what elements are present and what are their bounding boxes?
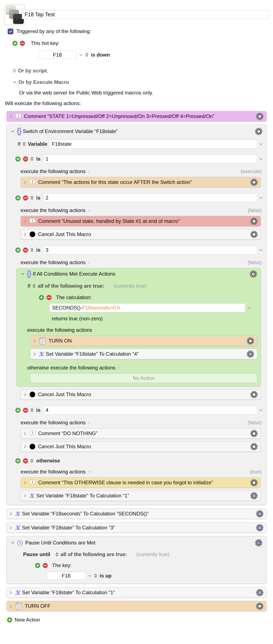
gear-button[interactable]	[256, 510, 264, 518]
remove-case-button[interactable]	[23, 247, 29, 253]
execute-chevron-icon[interactable]	[94, 329, 97, 331]
script-updown-icon[interactable]	[13, 69, 16, 73]
variable-updown-icon[interactable]	[23, 142, 26, 146]
gear-button[interactable]	[246, 337, 254, 345]
remove-condition-button[interactable]	[46, 295, 52, 300]
gear-button[interactable]	[250, 492, 258, 500]
gear-button[interactable]	[250, 430, 258, 438]
add-trigger-button[interactable]	[12, 40, 18, 46]
keystate-updown-icon[interactable]	[94, 574, 97, 578]
case-dropdown-icon[interactable]	[259, 158, 262, 160]
gear-button[interactable]	[256, 112, 264, 120]
disclosure-icon[interactable]	[33, 339, 37, 343]
gear-timeout-button[interactable]	[249, 270, 257, 278]
execute-disclosure-icon[interactable]	[13, 80, 16, 84]
key-is-up-label[interactable]: is up	[100, 573, 112, 579]
add-case-button[interactable]	[15, 407, 21, 413]
case-value-field[interactable]	[43, 406, 257, 414]
switch-header[interactable]: Switch of Environment Variable “F18state…	[11, 127, 262, 136]
if-block-header[interactable]: If All Conditions Met Execute Actions	[20, 269, 257, 279]
is-label[interactable]: is	[36, 407, 41, 413]
add-condition-button[interactable]	[35, 563, 41, 568]
disclosure-down-icon[interactable]	[11, 541, 15, 545]
gear-button[interactable]	[256, 524, 264, 532]
case-dropdown-icon[interactable]	[259, 197, 262, 199]
case-value-field[interactable]	[43, 194, 257, 202]
cancel-macro-action[interactable]: Cancel Just This Macro	[21, 229, 261, 240]
gear-button[interactable]	[255, 128, 262, 135]
disclosure-down-icon[interactable]	[11, 130, 15, 133]
execute-chevron-icon[interactable]	[88, 170, 91, 172]
gear-timeout-button[interactable]	[255, 539, 262, 547]
all-true-label[interactable]: all of the following are true:	[61, 552, 127, 557]
is-label[interactable]: is	[36, 195, 41, 201]
set-variable-action[interactable]: Set Variable “F18state” To Calculation “…	[6, 522, 267, 533]
gear-button[interactable]	[250, 391, 258, 398]
case-updown-icon[interactable]	[30, 196, 34, 200]
pause-key-field[interactable]	[47, 572, 85, 580]
gear-button[interactable]	[250, 178, 258, 186]
or-by-execute-label[interactable]: Or by Execute Macro	[19, 79, 69, 85]
execute-chevron-icon[interactable]	[88, 471, 91, 473]
otherwise-label[interactable]: otherwise	[36, 458, 60, 464]
or-by-script-label[interactable]: Or by script.	[18, 68, 48, 74]
remove-case-button[interactable]	[23, 156, 29, 162]
case-value-field[interactable]	[43, 246, 257, 254]
variable-label[interactable]: Variable	[28, 141, 47, 147]
disclosure-icon[interactable]	[23, 481, 27, 484]
case-updown-icon[interactable]	[30, 248, 34, 252]
execute-chevron-icon[interactable]	[117, 367, 120, 369]
turn-off-action[interactable]: TURN OFF	[6, 601, 267, 612]
case-dropdown-icon[interactable]	[259, 249, 262, 251]
condition-updown-icon[interactable]	[33, 284, 36, 288]
turn-on-action[interactable]: TURN ON	[30, 336, 257, 346]
key-dropdown-icon[interactable]	[88, 575, 91, 577]
set-variable-action[interactable]: Set Variable “F18state” To Calculation “…	[21, 490, 261, 501]
set-variable-action[interactable]: Set Variable “F18seconds” To Calculation…	[6, 508, 267, 519]
hotkey-field[interactable]	[38, 51, 77, 59]
remove-case-button[interactable]	[23, 458, 29, 464]
calculation-input[interactable]: SECONDS()-F18seconds>0.5	[50, 303, 245, 312]
remove-case-button[interactable]	[23, 195, 29, 201]
hotkey-state-label[interactable]: is down	[91, 52, 110, 58]
all-true-label[interactable]: all of the following are true:	[38, 283, 104, 289]
remove-case-button[interactable]	[23, 407, 29, 413]
gear-button[interactable]	[256, 602, 264, 610]
disclosure-icon[interactable]	[33, 352, 37, 356]
triggered-checkbox[interactable]	[8, 28, 13, 34]
cancel-macro-action[interactable]: Cancel Just This Macro	[21, 389, 261, 400]
set-variable-action[interactable]: Set Variable “F18state” To Calculation “…	[30, 349, 257, 359]
remove-trigger-button[interactable]	[20, 40, 25, 46]
add-case-button[interactable]	[15, 247, 21, 253]
set-variable-action[interactable]: Set Variable “F18state” To Calculation “…	[6, 587, 267, 598]
case-updown-icon[interactable]	[30, 157, 34, 161]
disclosure-icon[interactable]	[23, 219, 27, 223]
is-label[interactable]: is	[36, 156, 41, 162]
remove-condition-button[interactable]	[42, 563, 48, 568]
case-updown-icon[interactable]	[30, 408, 34, 412]
disclosure-icon[interactable]	[23, 494, 27, 498]
gear-button[interactable]	[246, 350, 254, 358]
disclosure-icon[interactable]	[23, 232, 27, 236]
disclosure-icon[interactable]	[9, 590, 13, 594]
is-label[interactable]: is	[36, 247, 41, 253]
comment-unused-action[interactable]: Comment “Unused state, handled by State …	[21, 216, 261, 226]
pause-until-header[interactable]: Pause Until Conditions are Met	[11, 538, 262, 547]
execute-chevron-icon[interactable]	[88, 262, 91, 264]
gear-button[interactable]	[256, 589, 264, 596]
disclosure-icon[interactable]	[9, 512, 13, 516]
case-updown-icon[interactable]	[30, 459, 34, 463]
hotkey-dropdown-icon[interactable]	[79, 54, 83, 56]
variable-dropdown-icon[interactable]	[259, 143, 262, 145]
execute-chevron-icon[interactable]	[88, 210, 91, 212]
no-action-placeholder[interactable]: No Action	[30, 373, 257, 383]
condition-updown-icon[interactable]	[55, 552, 59, 556]
disclosure-icon[interactable]	[23, 180, 27, 184]
add-case-button[interactable]	[15, 458, 21, 464]
calc-dropdown-icon[interactable]	[248, 307, 251, 309]
disclosure-icon[interactable]	[9, 604, 13, 608]
comment-otherwise-action[interactable]: Comment “This OTHERWISE clause is needed…	[21, 477, 261, 488]
keystate-updown-icon[interactable]	[85, 53, 88, 57]
disclosure-down-icon[interactable]	[21, 272, 24, 276]
add-case-button[interactable]	[15, 195, 21, 201]
